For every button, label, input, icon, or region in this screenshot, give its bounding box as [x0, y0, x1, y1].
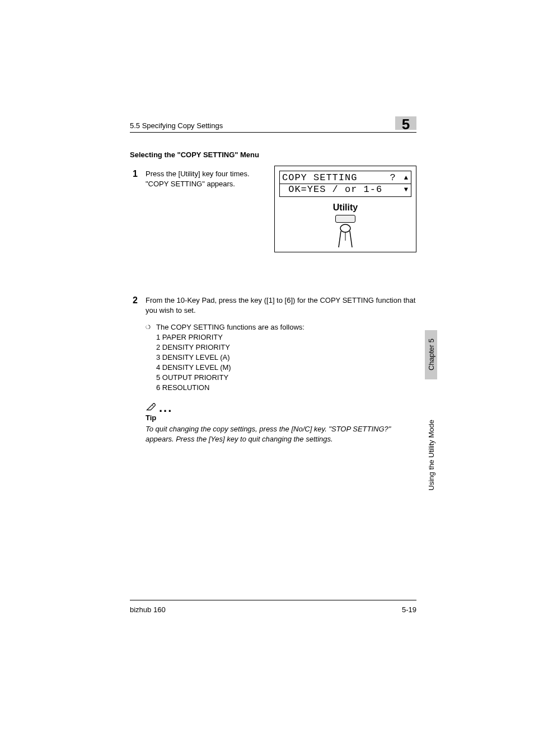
dots-icon: ...: [159, 405, 172, 411]
footer-left: bizhub 160: [130, 605, 166, 614]
utility-key-label: Utility: [279, 203, 411, 213]
tip-block: ... Tip To quit changing the copy settin…: [146, 401, 416, 444]
sub-item-2: 2 DENSITY PRIORITY: [156, 342, 305, 353]
lcd-line2-text: OK=YES / or 1-6: [282, 184, 382, 195]
lcd-screen: COPY SETTING ? ▲ OK=YES / or 1-6 ▼: [279, 171, 411, 197]
lcd-line1-left: COPY SETTING: [282, 172, 357, 184]
sub-item-3: 3 DENSITY LEVEL (A): [156, 353, 305, 363]
lcd-figure: COPY SETTING ? ▲ OK=YES / or 1-6 ▼ Utili…: [274, 166, 416, 252]
page: 5.5 Specifying Copy Settings 5 Selecting…: [0, 0, 534, 756]
chapter-number: 5: [402, 116, 410, 133]
chapter-number-box: 5: [395, 116, 416, 130]
page-header: 5.5 Specifying Copy Settings 5: [130, 116, 416, 130]
side-chapter-label: Chapter 5: [427, 339, 435, 370]
lcd-line-2: OK=YES / or 1-6 ▼: [280, 184, 411, 195]
down-arrow-icon: ▼: [404, 184, 409, 195]
side-mode-box: Using the Utility Mode: [425, 384, 437, 490]
footer-right: 5-19: [402, 605, 416, 614]
side-mode-label: Using the Utility Mode: [427, 420, 435, 490]
step-2-body: From the 10-Key Pad, press the key ([1] …: [146, 295, 416, 444]
up-arrow-icon: ▲: [404, 172, 409, 184]
step-number: 1: [130, 169, 138, 189]
tip-icon-row: ...: [146, 401, 416, 412]
writing-hand-icon: [146, 401, 157, 412]
sub-item-4: 4 DENSITY LEVEL (M): [156, 363, 305, 373]
sub-item-6: 6 RESOLUTION: [156, 383, 305, 393]
sub-intro: The COPY SETTING functions are as follow…: [156, 322, 305, 332]
sub-item-5: 5 OUTPUT PRIORITY: [156, 373, 305, 383]
side-chapter-box: Chapter 5: [425, 330, 437, 379]
step-2: 2 From the 10-Key Pad, press the key ([1…: [130, 295, 416, 444]
lcd-line1-right: ?: [390, 172, 396, 184]
finger-press-icon: [334, 224, 357, 248]
header-rule: [130, 132, 416, 133]
sub-item-1: 1 PAPER PRIORITY: [156, 332, 305, 342]
tip-text: To quit changing the copy settings, pres…: [146, 424, 416, 444]
tip-label: Tip: [146, 413, 416, 423]
step-2-line-1: From the 10-Key Pad, press the key ([1] …: [146, 295, 416, 316]
running-head: 5.5 Specifying Copy Settings: [130, 121, 223, 130]
section-title: Selecting the "COPY SETTING" Menu: [130, 151, 416, 159]
page-footer: bizhub 160 5-19: [130, 605, 416, 614]
step-number: 2: [130, 295, 138, 444]
sublist-lines: The COPY SETTING functions are as follow…: [156, 322, 305, 393]
side-tab: Chapter 5 Using the Utility Mode: [425, 330, 437, 498]
step-2-sublist: ❍ The COPY SETTING functions are as foll…: [146, 322, 416, 393]
utility-key-icon: [335, 215, 355, 223]
footer-rule: [130, 600, 416, 600]
svg-point-0: [340, 224, 350, 232]
bullet-icon: ❍: [146, 322, 151, 393]
lcd-line-1: COPY SETTING ? ▲: [282, 172, 409, 184]
